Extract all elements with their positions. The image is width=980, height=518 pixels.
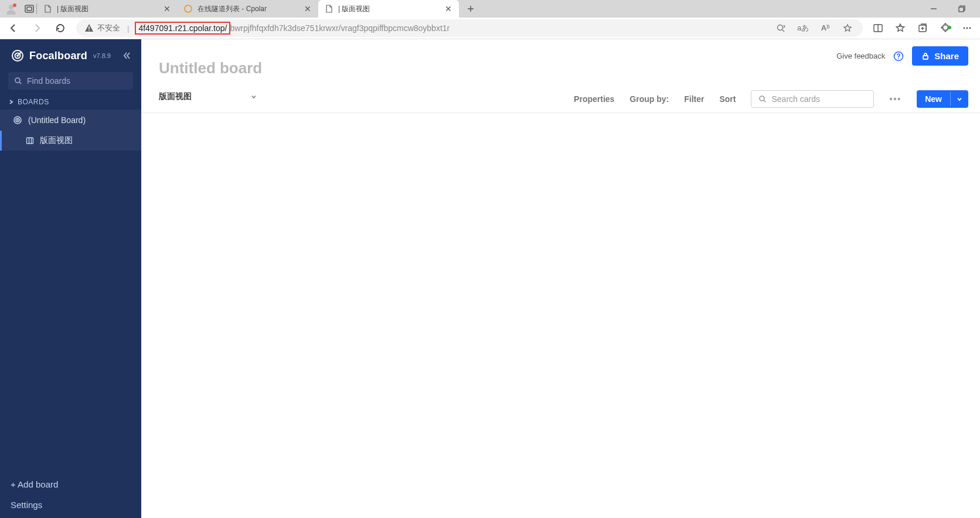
favorites-icon[interactable]	[893, 21, 907, 35]
svg-point-13	[969, 28, 971, 29]
refresh-button[interactable]	[53, 21, 68, 36]
close-tab-icon[interactable]: ✕	[444, 4, 453, 13]
find-boards-placeholder: Find boards	[27, 76, 70, 86]
url-host: 4f497091.r21.cpolar.top/	[135, 22, 230, 35]
sort-button[interactable]: Sort	[719, 94, 736, 104]
view-selector[interactable]: 版面视图	[159, 91, 257, 107]
svg-point-0	[9, 5, 13, 9]
collections-icon[interactable]	[916, 21, 930, 35]
sidebar-view-item[interactable]: 版面视图	[0, 131, 141, 151]
search-cards-input[interactable]: Search cards	[751, 90, 874, 108]
boards-section-header[interactable]: BOARDS	[0, 90, 141, 110]
menu-icon[interactable]	[960, 21, 974, 35]
sidebar-board-item[interactable]: (Untitled Board)	[0, 110, 141, 131]
app-version: v7.8.9	[93, 52, 111, 59]
close-tab-icon[interactable]: ✕	[303, 4, 312, 13]
share-button[interactable]: Share	[912, 46, 968, 66]
focalboard-logo-icon	[11, 49, 25, 63]
svg-point-25	[760, 96, 764, 101]
search-icon	[758, 95, 767, 103]
svg-point-23	[898, 58, 899, 59]
add-board-button[interactable]: + Add board	[11, 479, 131, 489]
svg-rect-2	[25, 5, 33, 12]
svg-point-12	[967, 28, 968, 29]
help-icon[interactable]	[893, 51, 904, 62]
translate-icon[interactable]: aあ	[796, 21, 810, 35]
svg-point-16	[17, 55, 18, 56]
tab-title: | 版面视图	[338, 4, 444, 14]
browser-tab[interactable]: 在线隧道列表 - Cpolar ✕	[178, 0, 318, 18]
search-engine-icon[interactable]	[774, 21, 788, 35]
filter-button[interactable]: Filter	[684, 94, 704, 104]
current-view-name: 版面视图	[159, 91, 192, 102]
forward-button	[29, 21, 45, 36]
svg-rect-6	[89, 26, 90, 29]
main-content: Give feedback Share Untitled board 版面视图 …	[141, 39, 980, 518]
tab-title: 在线隧道列表 - Cpolar	[198, 4, 303, 14]
board-name: (Untitled Board)	[28, 115, 86, 125]
back-button[interactable]	[6, 21, 21, 36]
sidebar: Focalboard v7.8.9 Find boards BOARDS (Un…	[0, 39, 141, 518]
window-maximize-button[interactable]	[953, 1, 971, 16]
svg-point-1	[13, 4, 16, 7]
page-icon	[43, 4, 52, 13]
svg-rect-21	[27, 138, 33, 144]
insecure-badge[interactable]: 不安全 |	[84, 23, 132, 33]
settings-button[interactable]: Settings	[11, 500, 131, 510]
close-tab-icon[interactable]: ✕	[162, 4, 172, 13]
group-by-button[interactable]: Group by:	[629, 94, 669, 104]
new-dropdown-button[interactable]	[950, 92, 968, 106]
new-card-button[interactable]: New	[917, 90, 968, 108]
tab-title: | 版面视图	[57, 4, 162, 14]
url-path: bwrpjfhfqxfdh7k3dse751krwxr/vragf3pqpiff…	[230, 23, 450, 33]
board-view-icon	[26, 137, 34, 145]
new-tab-button[interactable]	[462, 1, 479, 17]
profile-icon[interactable]	[5, 2, 18, 15]
svg-point-17	[15, 78, 20, 83]
read-aloud-icon[interactable]: A))	[818, 21, 832, 35]
collapse-sidebar-button[interactable]	[121, 50, 132, 61]
tab-actions-icon[interactable]	[22, 2, 36, 16]
svg-rect-24	[923, 56, 928, 59]
target-icon	[13, 115, 22, 125]
cpolar-favicon	[183, 4, 193, 13]
extensions-icon[interactable]	[938, 21, 952, 35]
boards-label: BOARDS	[18, 98, 49, 106]
properties-button[interactable]: Properties	[574, 94, 614, 104]
svg-rect-3	[27, 7, 32, 11]
give-feedback-link[interactable]: Give feedback	[836, 52, 885, 60]
svg-point-4	[185, 5, 192, 12]
view-name: 版面视图	[40, 135, 73, 146]
svg-rect-5	[959, 7, 964, 12]
favorite-icon[interactable]	[841, 21, 855, 35]
split-screen-icon[interactable]	[871, 21, 885, 35]
find-boards-input[interactable]: Find boards	[8, 72, 133, 90]
address-bar[interactable]: 不安全 | 4f497091.r21.cpolar.top/ bwrpjfhfq…	[76, 19, 863, 37]
window-minimize-button[interactable]	[925, 1, 942, 16]
lock-icon	[921, 52, 930, 60]
svg-point-20	[17, 120, 18, 120]
share-label: Share	[934, 51, 959, 61]
svg-rect-7	[89, 30, 90, 31]
svg-point-11	[964, 28, 965, 29]
insecure-label: 不安全	[97, 23, 120, 33]
browser-tab[interactable]: | 版面视图 ✕	[37, 0, 178, 18]
chevron-down-icon	[250, 93, 257, 100]
browser-tab-active[interactable]: | 版面视图 ✕	[318, 0, 459, 18]
svg-point-8	[778, 25, 783, 30]
search-placeholder: Search cards	[771, 94, 819, 104]
more-options-button[interactable]: •••	[889, 94, 901, 104]
app-logo-text: Focalboard	[29, 50, 87, 62]
new-label: New	[917, 90, 950, 108]
page-icon	[324, 4, 334, 13]
